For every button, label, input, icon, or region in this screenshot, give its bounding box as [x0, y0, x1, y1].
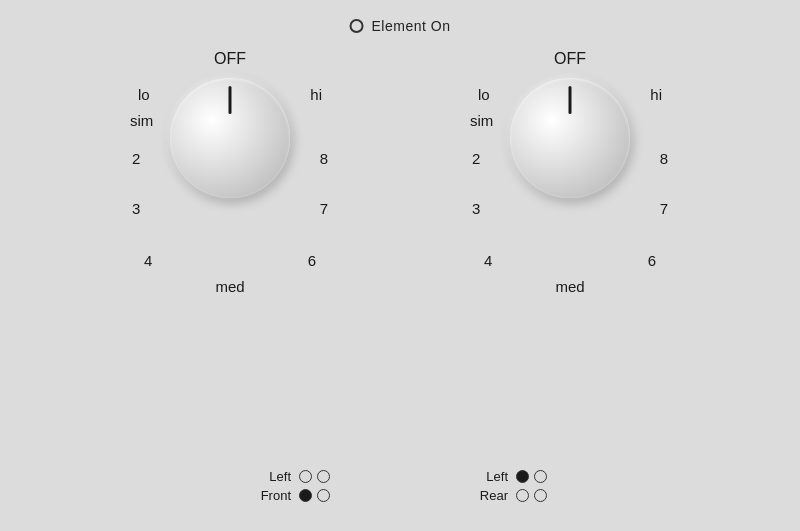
knob1-lo-label: lo [138, 86, 150, 103]
knob1-3-label: 3 [132, 200, 140, 217]
knob1-8-label: 8 [320, 150, 328, 167]
left-front-legend: Left Front [253, 469, 330, 503]
left-front-knob[interactable] [170, 78, 290, 198]
knob2-6-label: 6 [648, 252, 656, 269]
left-rear-knob-unit: OFF lo hi sim 2 8 3 7 4 6 med [470, 50, 670, 370]
legend-rear-label: Rear [470, 488, 508, 503]
legend-left2-dots [516, 470, 547, 483]
legend-dot-4 [317, 489, 330, 502]
legend-front-dots [299, 489, 330, 502]
knob1-indicator [229, 86, 232, 114]
knob2-indicator [569, 86, 572, 114]
legend-left-label: Left [253, 469, 291, 484]
legend-left2-label: Left [470, 469, 508, 484]
legend-row-front: Front [253, 488, 330, 503]
element-on-indicator: Element On [350, 18, 451, 34]
left-front-knob-unit: OFF lo hi sim 2 8 3 7 4 6 med [130, 50, 330, 370]
knob2-8-label: 8 [660, 150, 668, 167]
knob2-4-label: 4 [484, 252, 492, 269]
left-rear-knob[interactable] [510, 78, 630, 198]
knob1-hi-label: hi [310, 86, 322, 103]
legend-dot-1 [299, 470, 312, 483]
legend-dot-6 [534, 470, 547, 483]
legend-dot-8 [534, 489, 547, 502]
stove-control-panel: Element On OFF lo hi sim 2 8 3 7 4 6 med… [0, 0, 800, 531]
legend-dot-7 [516, 489, 529, 502]
knob1-4-label: 4 [144, 252, 152, 269]
legend-rear-dots [516, 489, 547, 502]
element-on-label: Element On [372, 18, 451, 34]
legend-dot-3 [299, 489, 312, 502]
legend-dot-5 [516, 470, 529, 483]
knob2-med-label: med [555, 278, 584, 295]
knob2-hi-label: hi [650, 86, 662, 103]
element-on-icon [350, 19, 364, 33]
knob1-2-label: 2 [132, 150, 140, 167]
knob2-3-label: 3 [472, 200, 480, 217]
legend-row-left2: Left [470, 469, 547, 484]
knobs-area: OFF lo hi sim 2 8 3 7 4 6 med OFF lo hi … [0, 50, 800, 370]
knob1-off-label: OFF [214, 50, 246, 68]
knob1-med-label: med [215, 278, 244, 295]
knob2-off-label: OFF [554, 50, 586, 68]
legend-row-rear: Rear [470, 488, 547, 503]
knob2-7-label: 7 [660, 200, 668, 217]
knob2-sim-label: sim [470, 112, 493, 129]
legend-left-dots [299, 470, 330, 483]
legend-dot-2 [317, 470, 330, 483]
knob1-sim-label: sim [130, 112, 153, 129]
left-rear-legend: Left Rear [470, 469, 547, 503]
knob2-lo-label: lo [478, 86, 490, 103]
legend-area: Left Front Left [0, 469, 800, 503]
knob1-7-label: 7 [320, 200, 328, 217]
knob1-6-label: 6 [308, 252, 316, 269]
legend-front-label: Front [253, 488, 291, 503]
legend-row-left: Left [253, 469, 330, 484]
knob2-2-label: 2 [472, 150, 480, 167]
